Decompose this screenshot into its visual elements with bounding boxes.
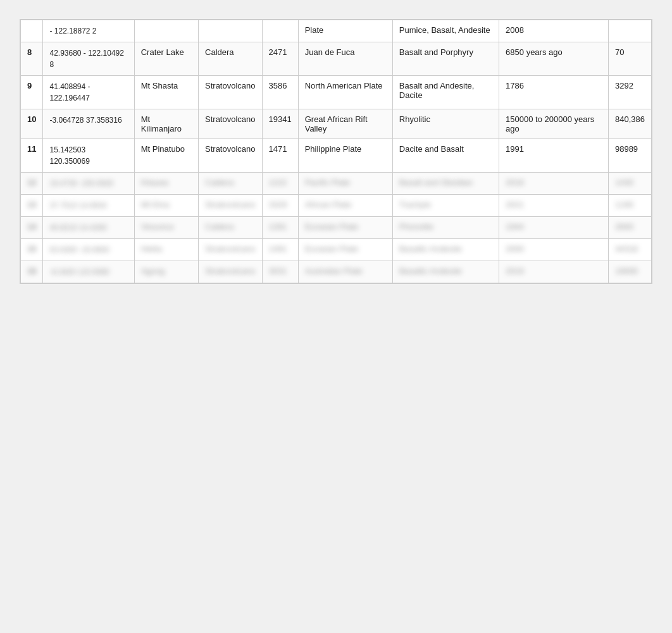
plate: Eurasian Plate xyxy=(298,239,392,261)
coordinates: 40.8210 14.4260 xyxy=(43,217,134,239)
area: 44318 xyxy=(608,239,651,261)
volcano-type: Stratovolcano xyxy=(199,195,263,217)
plate: North American Plate xyxy=(298,76,392,109)
row-number: 16 xyxy=(21,261,43,283)
plate: African Plate xyxy=(298,195,392,217)
rock-type: Basaltic Andesite xyxy=(392,239,499,261)
rock-type: Trachyte xyxy=(392,195,499,217)
volcano-type: Stratovolcano xyxy=(199,139,263,173)
volcano-name: Mt Pinatubo xyxy=(134,139,198,173)
area: 1190 xyxy=(608,195,651,217)
coordinates: 15.142503 120.350069 xyxy=(43,139,134,173)
table-row: 941.408894 - 122.196447Mt ShastaStratovo… xyxy=(21,76,652,109)
last-eruption: 1991 xyxy=(499,139,609,173)
rock-type: Pumice, Basalt, Andesite xyxy=(392,20,499,42)
rock-type: Basalt and Obsidian xyxy=(392,173,499,195)
volcano-name: Vesuvius xyxy=(134,217,198,239)
volcano-type: Stratovolcano xyxy=(199,239,263,261)
rock-type: Basaltic Andesite xyxy=(392,261,499,283)
row-number: 11 xyxy=(21,139,43,173)
coordinates: 19.4730 -155.5920 xyxy=(43,173,134,195)
table-row: 16-8.3420 115.5080AgungStratovolcano3031… xyxy=(21,261,652,283)
elevation: 3586 xyxy=(262,76,298,109)
row-number xyxy=(21,20,43,42)
table-row: 1115.142503 120.350069Mt PinatuboStratov… xyxy=(21,139,652,173)
area xyxy=(608,20,651,42)
elevation: 1471 xyxy=(262,139,298,173)
row-number: 12 xyxy=(21,173,43,195)
plate: Australian Plate xyxy=(298,261,392,283)
row-number: 8 xyxy=(21,42,43,76)
area: 19000 xyxy=(608,261,651,283)
last-eruption: 2021 xyxy=(499,195,609,217)
volcano-type: Caldera xyxy=(199,42,263,76)
last-eruption: 2008 xyxy=(499,20,609,42)
row-number: 13 xyxy=(21,195,43,217)
row-number: 9 xyxy=(21,76,43,109)
last-eruption: 6850 years ago xyxy=(499,42,609,76)
elevation: 3031 xyxy=(262,261,298,283)
volcano-name: Kilauea xyxy=(134,173,198,195)
table-row: 1219.4730 -155.5920KilaueaCaldera1222Pac… xyxy=(21,173,652,195)
coordinates: - 122.18872 2 xyxy=(43,20,134,42)
coordinates: -3.064728 37.358316 xyxy=(43,109,134,139)
table-row: 1440.8210 14.4260VesuviusCaldera1281Eura… xyxy=(21,217,652,239)
plate: Great African Rift Valley xyxy=(298,109,392,139)
row-number: 10 xyxy=(21,109,43,139)
table-row: 842.93680 - 122.10492 8Crater LakeCalder… xyxy=(21,42,652,76)
elevation: 19341 xyxy=(262,109,298,139)
volcano-name: Agung xyxy=(134,261,198,283)
elevation xyxy=(262,20,298,42)
volcano-table-container: - 122.18872 2PlatePumice, Basalt, Andesi… xyxy=(20,19,652,284)
area: 2600 xyxy=(608,217,651,239)
volcano-name: Crater Lake xyxy=(134,42,198,76)
last-eruption: 2000 xyxy=(499,239,609,261)
volcano-table: - 122.18872 2PlatePumice, Basalt, Andesi… xyxy=(20,20,652,283)
coordinates: 63.6300 -19.0800 xyxy=(43,239,134,261)
volcano-name: Mt Kilimanjaro xyxy=(134,109,198,139)
last-eruption: 1786 xyxy=(499,76,609,109)
elevation: 2471 xyxy=(262,42,298,76)
table-row: - 122.18872 2PlatePumice, Basalt, Andesi… xyxy=(21,20,652,42)
volcano-name xyxy=(134,20,198,42)
plate: Plate xyxy=(298,20,392,42)
plate: Juan de Fuca xyxy=(298,42,392,76)
plate: Eurasian Plate xyxy=(298,217,392,239)
last-eruption: 2019 xyxy=(499,261,609,283)
area: 70 xyxy=(608,42,651,76)
last-eruption: 2018 xyxy=(499,173,609,195)
area: 3292 xyxy=(608,76,651,109)
table-row: 10-3.064728 37.358316Mt KilimanjaroStrat… xyxy=(21,109,652,139)
rock-type: Phonolite xyxy=(392,217,499,239)
coordinates: -8.3420 115.5080 xyxy=(43,261,134,283)
coordinates: 42.93680 - 122.10492 8 xyxy=(43,42,134,76)
table-row: 1337.7510 14.9934Mt EtnaStratovolcano332… xyxy=(21,195,652,217)
plate: Pacific Plate xyxy=(298,173,392,195)
area: 840,386 xyxy=(608,109,651,139)
rock-type: Rhyolitic xyxy=(392,109,499,139)
area: 1430 xyxy=(608,173,651,195)
volcano-type: Caldera xyxy=(199,217,263,239)
elevation: 3329 xyxy=(262,195,298,217)
volcano-type: Stratovolcano xyxy=(199,109,263,139)
plate: Philippine Plate xyxy=(298,139,392,173)
area: 98989 xyxy=(608,139,651,173)
volcano-type: Stratovolcano xyxy=(199,261,263,283)
table-row: 1563.6300 -19.0800HeklaStratovolcano1491… xyxy=(21,239,652,261)
row-number: 15 xyxy=(21,239,43,261)
elevation: 1281 xyxy=(262,217,298,239)
elevation: 1222 xyxy=(262,173,298,195)
rock-type: Basalt and Porphyry xyxy=(392,42,499,76)
volcano-name: Mt Etna xyxy=(134,195,198,217)
row-number: 14 xyxy=(21,217,43,239)
rock-type: Dacite and Basalt xyxy=(392,139,499,173)
volcano-name: Mt Shasta xyxy=(134,76,198,109)
volcano-type: Caldera xyxy=(199,173,263,195)
volcano-name: Hekla xyxy=(134,239,198,261)
coordinates: 37.7510 14.9934 xyxy=(43,195,134,217)
last-eruption: 150000 to 200000 years ago xyxy=(499,109,609,139)
coordinates: 41.408894 - 122.196447 xyxy=(43,76,134,109)
rock-type: Basalt and Andesite, Dacite xyxy=(392,76,499,109)
volcano-type: Stratovolcano xyxy=(199,76,263,109)
elevation: 1491 xyxy=(262,239,298,261)
